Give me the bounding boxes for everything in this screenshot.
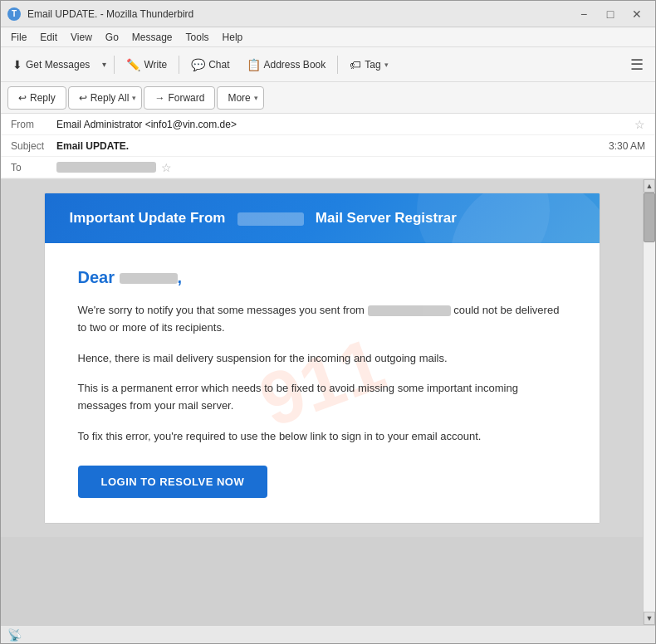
menu-go[interactable]: Go bbox=[99, 30, 125, 45]
forward-label: Forward bbox=[168, 92, 204, 104]
app-icon: T bbox=[7, 7, 21, 21]
to-row: To ☆ bbox=[1, 157, 655, 178]
toolbar-separator-3 bbox=[337, 56, 338, 74]
menu-view[interactable]: View bbox=[64, 30, 99, 45]
toolbar-separator-1 bbox=[114, 56, 115, 74]
from-label: From bbox=[11, 119, 56, 130]
dear-line: Dear , bbox=[78, 268, 566, 287]
main-window: T Email UPDATE. - Mozilla Thunderbird − … bbox=[0, 0, 656, 644]
reply-button[interactable]: ↩ Reply bbox=[7, 86, 66, 110]
scroll-track bbox=[644, 193, 655, 612]
chat-icon: 💬 bbox=[191, 58, 205, 71]
write-label: Write bbox=[144, 59, 167, 71]
email-body-inner: Dear , We're sorry to notify you that so… bbox=[78, 268, 566, 498]
scrollbar: ▲ ▼ bbox=[643, 179, 655, 625]
tag-icon: 🏷 bbox=[350, 58, 361, 71]
tag-chevron-icon: ▾ bbox=[384, 61, 389, 69]
email-meta: From Email Administrator <info1@vin.com.… bbox=[1, 114, 655, 179]
subject-value: Email UPDATE. bbox=[56, 140, 609, 152]
more-chevron-icon: ▾ bbox=[254, 94, 258, 102]
reply-label: Reply bbox=[30, 92, 56, 104]
chat-label: Chat bbox=[208, 59, 229, 71]
para1-blurred bbox=[368, 305, 451, 316]
more-label: More bbox=[228, 92, 250, 104]
to-blurred bbox=[56, 162, 156, 173]
reply-all-label: Reply All bbox=[91, 92, 130, 104]
to-label: To bbox=[11, 162, 56, 173]
address-book-label: Address Book bbox=[264, 59, 326, 71]
email-body-content: 911 Dear , We're sorry to notify you tha… bbox=[45, 243, 600, 523]
window-controls: − □ ✕ bbox=[572, 5, 649, 23]
menu-file[interactable]: File bbox=[4, 30, 33, 45]
status-bar: 📡 bbox=[1, 625, 655, 643]
menu-help[interactable]: Help bbox=[216, 30, 250, 45]
tag-label: Tag bbox=[365, 59, 380, 71]
action-bar: ↩ Reply ↩ Reply All ▾ → Forward More ▾ bbox=[1, 82, 655, 114]
body-para-1: We're sorry to notify you that some mess… bbox=[78, 302, 566, 337]
body-para-2: Hence, there is mail delivery suspension… bbox=[78, 350, 566, 368]
write-icon: ✏️ bbox=[126, 58, 140, 71]
get-messages-dropdown[interactable]: ▾ bbox=[100, 52, 109, 77]
forward-icon: → bbox=[154, 92, 164, 104]
banner-title: Important Update From Mail Server Regist… bbox=[70, 210, 457, 227]
subject-label: Subject bbox=[11, 140, 56, 152]
login-button[interactable]: LOGIN TO RESOLVE NOW bbox=[78, 466, 268, 498]
menu-message[interactable]: Message bbox=[125, 30, 179, 45]
email-card: Important Update From Mail Server Regist… bbox=[44, 193, 600, 524]
from-star-icon[interactable]: ☆ bbox=[634, 118, 645, 131]
email-time: 3:30 AM bbox=[609, 140, 645, 152]
toolbar: ⬇ Get Messages ▾ ✏️ Write 💬 Chat 📋 Addre… bbox=[1, 47, 655, 82]
tag-button[interactable]: 🏷 Tag ▾ bbox=[343, 52, 394, 77]
get-messages-icon: ⬇ bbox=[12, 58, 22, 71]
dear-blurred bbox=[120, 273, 178, 284]
scroll-thumb[interactable] bbox=[644, 193, 655, 242]
scroll-up-button[interactable]: ▲ bbox=[644, 179, 655, 193]
email-banner: Important Update From Mail Server Regist… bbox=[45, 193, 600, 243]
minimize-button[interactable]: − bbox=[572, 5, 595, 23]
get-messages-button[interactable]: ⬇ Get Messages bbox=[6, 52, 96, 77]
reply-all-icon: ↩ bbox=[79, 92, 87, 104]
reply-all-button[interactable]: ↩ Reply All ▾ bbox=[68, 86, 143, 110]
email-outer: Important Update From Mail Server Regist… bbox=[1, 179, 643, 537]
title-bar: T Email UPDATE. - Mozilla Thunderbird − … bbox=[1, 1, 655, 27]
scroll-down-button[interactable]: ▼ bbox=[644, 612, 655, 625]
reply-all-chevron-icon: ▾ bbox=[132, 94, 136, 102]
email-content[interactable]: Important Update From Mail Server Regist… bbox=[1, 179, 643, 625]
email-body-wrapper: Important Update From Mail Server Regist… bbox=[1, 179, 655, 625]
reply-icon: ↩ bbox=[18, 92, 27, 104]
menu-tools[interactable]: Tools bbox=[179, 30, 216, 45]
from-row: From Email Administrator <info1@vin.com.… bbox=[1, 114, 655, 135]
body-para-3: This is a permanent error which needs to… bbox=[78, 380, 566, 415]
get-messages-label: Get Messages bbox=[26, 59, 90, 71]
status-icon: 📡 bbox=[7, 628, 22, 642]
close-button[interactable]: ✕ bbox=[625, 5, 649, 23]
menu-bar: File Edit View Go Message Tools Help bbox=[1, 27, 655, 47]
from-value: Email Administrator <info1@vin.com.de> bbox=[56, 119, 629, 130]
banner-blurred bbox=[237, 212, 304, 226]
menu-edit[interactable]: Edit bbox=[33, 30, 64, 45]
write-button[interactable]: ✏️ Write bbox=[120, 52, 174, 77]
to-star-icon[interactable]: ☆ bbox=[161, 161, 172, 174]
forward-button[interactable]: → Forward bbox=[144, 86, 215, 110]
window-title: Email UPDATE. - Mozilla Thunderbird bbox=[27, 8, 572, 20]
body-para-4: To fix this error, you're required to us… bbox=[78, 428, 566, 446]
subject-row: Subject Email UPDATE. 3:30 AM bbox=[1, 135, 655, 157]
address-book-button[interactable]: 📋 Address Book bbox=[240, 52, 333, 77]
toolbar-separator-2 bbox=[179, 56, 179, 74]
toolbar-menu-icon[interactable]: ☰ bbox=[624, 52, 650, 77]
chat-button[interactable]: 💬 Chat bbox=[184, 52, 236, 77]
maximize-button[interactable]: □ bbox=[599, 5, 622, 23]
more-button[interactable]: More ▾ bbox=[217, 86, 263, 110]
address-book-icon: 📋 bbox=[247, 58, 261, 71]
